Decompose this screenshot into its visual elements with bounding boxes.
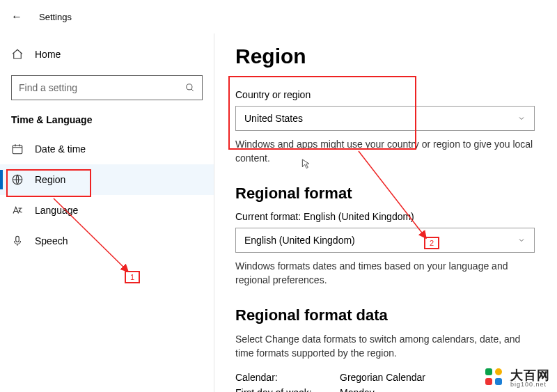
watermark-text: 大百网 xyxy=(510,369,550,382)
search-icon xyxy=(185,83,195,93)
svg-rect-3 xyxy=(16,236,19,242)
page-heading: Region xyxy=(235,45,536,68)
home-icon xyxy=(11,48,24,61)
chevron-down-icon xyxy=(517,114,526,123)
clock-icon xyxy=(11,143,24,155)
current-format-label: Current format: English (United Kingdom) xyxy=(235,211,536,222)
search-placeholder: Find a setting xyxy=(19,82,77,93)
back-button[interactable]: ← xyxy=(11,10,22,23)
sidebar-item-speech[interactable]: Speech xyxy=(0,226,214,256)
sidebar-item-language[interactable]: Language xyxy=(0,195,214,226)
window-title: Settings xyxy=(39,12,72,22)
regional-format-heading: Regional format xyxy=(235,185,536,203)
watermark-logo-icon xyxy=(485,368,505,388)
chevron-down-icon xyxy=(517,236,526,244)
country-label: Country or region xyxy=(235,89,536,100)
regional-format-dropdown[interactable]: English (United Kingdom) xyxy=(235,228,535,253)
sidebar-item-label: Home xyxy=(35,49,61,60)
language-icon xyxy=(11,204,24,217)
sidebar-item-label: Speech xyxy=(35,235,68,246)
svg-rect-1 xyxy=(13,146,22,154)
watermark: 大百网 big100.net xyxy=(485,368,550,388)
search-input[interactable]: Find a setting xyxy=(11,75,203,100)
globe-icon xyxy=(11,173,24,186)
sidebar-item-label: Date & time xyxy=(35,143,86,155)
firstday-value: Monday xyxy=(340,387,375,392)
category-header: Time & Language xyxy=(0,114,214,134)
microphone-icon xyxy=(11,235,24,247)
watermark-url: big100.net xyxy=(510,382,550,388)
regional-format-helper: Windows formats dates and times based on… xyxy=(235,260,535,287)
sidebar-item-date-time[interactable]: Date & time xyxy=(0,134,214,164)
sidebar-item-region[interactable]: Region xyxy=(0,164,214,195)
calendar-key: Calendar: xyxy=(235,372,319,383)
svg-point-0 xyxy=(187,84,192,90)
country-value: United States xyxy=(244,113,303,124)
regional-format-data-heading: Regional format data xyxy=(235,306,536,324)
sidebar-item-label: Language xyxy=(35,205,78,216)
country-dropdown[interactable]: United States xyxy=(235,106,535,131)
firstday-key: First day of week: xyxy=(235,387,319,392)
calendar-value: Gregorian Calendar xyxy=(340,372,425,383)
regional-format-value: English (United Kingdom) xyxy=(244,235,355,246)
regional-data-helper: Select Change data formats to switch amo… xyxy=(235,333,536,360)
sidebar-item-home[interactable]: Home xyxy=(0,39,214,70)
sidebar-item-label: Region xyxy=(35,174,65,185)
country-helper: Windows and apps might use your country … xyxy=(235,138,535,165)
